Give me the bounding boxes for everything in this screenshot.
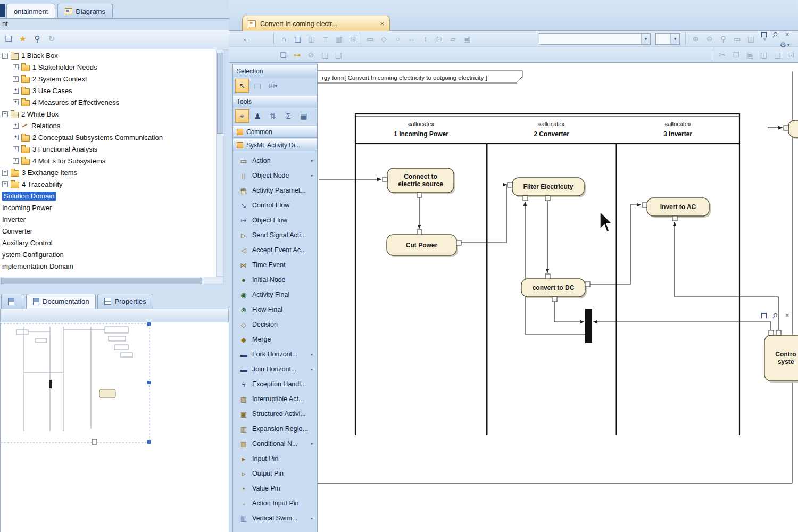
toolbar-button-grid[interactable]: ◫ xyxy=(305,33,318,45)
tree-item[interactable]: mplementation Domain xyxy=(0,260,216,272)
tree-item[interactable]: ystem Configuration xyxy=(0,248,216,260)
tree-item[interactable]: Converter xyxy=(0,225,216,237)
tab-mini[interactable] xyxy=(1,294,24,309)
pin-invert-bottom[interactable] xyxy=(672,216,677,221)
zoom-combo[interactable]: ▾ xyxy=(655,33,680,45)
toolbar-button-shape-circle[interactable]: ○ xyxy=(392,33,404,45)
chevron-down-icon[interactable]: ▾ xyxy=(311,173,314,178)
tree-item[interactable]: − 1 Black Box xyxy=(0,49,216,61)
style-combo[interactable]: ▾ xyxy=(539,33,651,45)
chevron-down-icon[interactable]: ▾ xyxy=(311,367,314,372)
scrollbar-thumb[interactable] xyxy=(1,278,202,284)
palette-item-initial-node[interactable]: ● Initial Node xyxy=(233,272,317,287)
chevron-down-icon[interactable]: ▾ xyxy=(311,516,314,521)
tree-item[interactable]: + 3 Exchange Items xyxy=(0,167,216,178)
float-panel-icon[interactable] xyxy=(760,312,767,319)
tree-item[interactable]: Incoming Power xyxy=(0,202,216,213)
pointer-tool[interactable]: ↖ xyxy=(235,79,249,93)
toolbar-button-add[interactable]: ⊞ xyxy=(347,33,359,45)
tree-item[interactable]: + 4 MoEs for Subsystems xyxy=(0,155,216,167)
overview-selection-rect[interactable] xyxy=(1,323,149,443)
pin-panel-icon[interactable] xyxy=(772,31,779,38)
palette-item-activity-parameter[interactable]: ▤ Activity Paramet... xyxy=(233,183,317,198)
palette-section-sysml-activity[interactable]: SysML Activity Di... xyxy=(233,139,317,151)
pin-filter-bottom-b[interactable] xyxy=(545,196,550,201)
toolbar-button-home[interactable]: ⌂ xyxy=(278,33,290,45)
palette-item-structured-activity[interactable]: ▣ Structured Activi... xyxy=(233,406,317,421)
paste-button[interactable]: ▣ xyxy=(744,49,756,61)
toolbar-button-frame[interactable]: ⊡ xyxy=(433,33,445,45)
report-button[interactable]: ▤ xyxy=(771,49,784,61)
chevron-down-icon[interactable]: ▾ xyxy=(311,159,314,163)
palette-item-time-event[interactable]: ⋈ Time Event xyxy=(233,257,317,272)
expander-icon[interactable]: + xyxy=(13,99,19,105)
swap-tool[interactable]: ⇅ xyxy=(266,109,280,123)
zoom-in-button[interactable]: ⊕ xyxy=(689,33,702,45)
palette-section-selection[interactable]: Selection xyxy=(233,65,317,77)
windows-button[interactable]: ◫ xyxy=(745,33,757,45)
swimlane-header-band[interactable] xyxy=(355,114,739,144)
tree-item[interactable]: + 4 Traceability xyxy=(0,178,216,190)
pin-connect-bottom[interactable] xyxy=(417,193,422,197)
tab-properties[interactable]: Properties xyxy=(97,294,153,309)
expander-icon[interactable]: + xyxy=(13,123,19,129)
toolbar-button-table[interactable]: ▦ xyxy=(333,33,345,45)
expander-icon[interactable]: − xyxy=(2,53,8,59)
zoom-search-button[interactable]: ⚲ xyxy=(717,33,729,45)
palette-item-merge[interactable]: ◆ Merge xyxy=(233,332,317,347)
zoom-out-button[interactable]: ⊖ xyxy=(703,33,716,45)
text-tool[interactable]: Σ xyxy=(281,109,295,123)
pin-filter-left[interactable] xyxy=(508,182,512,187)
palette-item-accept-event[interactable]: ◁ Accept Event Ac... xyxy=(233,243,317,257)
tab-documentation[interactable]: Documentation xyxy=(26,294,96,309)
pin-cutpower-right[interactable] xyxy=(456,240,461,245)
control-flow-join-to-filter[interactable] xyxy=(525,202,585,334)
pin-convert-top[interactable] xyxy=(545,274,550,279)
expander-icon[interactable]: + xyxy=(13,158,19,164)
tree-item[interactable]: + Relations xyxy=(0,120,216,131)
search-button[interactable]: ⚲ xyxy=(31,32,44,45)
palette-item-action[interactable]: ▭ Action ▾ xyxy=(233,153,317,168)
palette-item-control-flow[interactable]: ↘ Control Flow xyxy=(233,198,317,213)
toolbar-button-shape-diamond[interactable]: ◇ xyxy=(378,33,390,45)
tree-horizontal-scrollbar[interactable] xyxy=(0,277,223,284)
grid-snap-button[interactable]: ⊡ xyxy=(785,49,797,61)
tree-vertical-scrollbar[interactable] xyxy=(216,49,223,277)
chevron-down-icon[interactable]: ▾ xyxy=(275,84,277,88)
list-view-button[interactable]: ▤ xyxy=(332,49,345,61)
diagram-canvas[interactable]: rgy form[ Convert In coming electricity … xyxy=(318,63,798,532)
control-flow-cut-power-to-filter[interactable] xyxy=(461,185,507,243)
tree-item[interactable]: + 2 Conceptual Subsystems Communication xyxy=(0,131,216,143)
table-tool[interactable]: ▦ xyxy=(297,109,311,123)
tree-item[interactable]: + 4 Measures of Effectiveness xyxy=(0,96,216,108)
palette-item-object-flow[interactable]: ↦ Object Flow xyxy=(233,213,317,228)
toolbar-button-tree[interactable]: ▤ xyxy=(292,33,304,45)
float-panel-icon[interactable] xyxy=(760,31,767,38)
tree-item[interactable]: + 3 Use Cases xyxy=(0,85,216,96)
tree-item[interactable]: + 1 Stakeholder Needs xyxy=(0,61,216,73)
open-new-window-button[interactable]: ❏ xyxy=(2,32,15,45)
palette-item-activity-final[interactable]: ◉ Activity Final xyxy=(233,287,317,302)
activity-diagram-svg[interactable]: rgy form[ Convert In coming electricity … xyxy=(318,63,798,532)
toolbar-button-resize-v[interactable]: ↕ xyxy=(419,33,431,45)
marquee-tool[interactable]: ▢ xyxy=(251,79,264,93)
chevron-down-icon[interactable]: ▾ xyxy=(311,442,314,446)
disabled-mode-button[interactable]: ⊘ xyxy=(305,49,317,61)
chevron-down-icon[interactable]: ▾ xyxy=(641,34,650,44)
action-partial-top-right[interactable] xyxy=(788,120,798,137)
toolbar-button-structured[interactable]: ▣ xyxy=(461,33,473,45)
chevron-down-icon[interactable]: ▾ xyxy=(311,352,314,357)
copy-button[interactable]: ❐ xyxy=(730,49,742,61)
close-panel-icon[interactable]: × xyxy=(784,31,791,38)
expander-icon[interactable]: + xyxy=(2,181,8,187)
pin-filter-bottom-a[interactable] xyxy=(523,196,528,201)
expander-icon[interactable]: + xyxy=(13,135,19,140)
tab-containment[interactable]: ontainment xyxy=(6,4,55,18)
palette-item-interruptible[interactable]: ▨ Interruptible Act... xyxy=(233,392,317,406)
palette-item-send-signal[interactable]: ▷ Send Signal Acti... xyxy=(233,228,317,243)
toolbar-button-resize-h[interactable]: ↔ xyxy=(405,33,418,45)
pin-cutpower-top[interactable] xyxy=(417,230,422,235)
expander-icon[interactable]: + xyxy=(13,76,19,82)
chevron-down-icon[interactable]: ▾ xyxy=(670,34,679,44)
control-flow-control-system-to-join[interactable] xyxy=(593,322,771,330)
